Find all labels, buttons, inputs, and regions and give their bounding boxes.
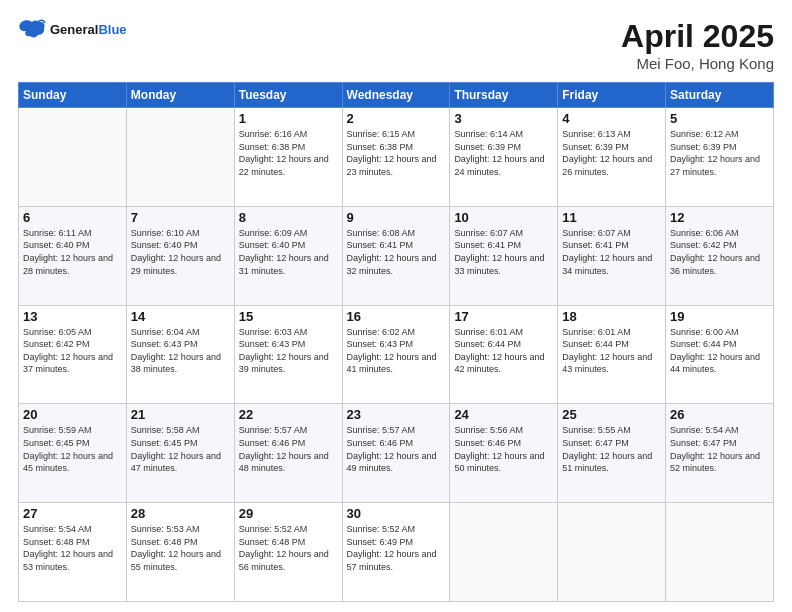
title-block: April 2025 Mei Foo, Hong Kong bbox=[621, 18, 774, 72]
cell-day-number: 14 bbox=[131, 309, 230, 324]
table-row: 2Sunrise: 6:15 AMSunset: 6:38 PMDaylight… bbox=[342, 108, 450, 207]
col-tuesday: Tuesday bbox=[234, 83, 342, 108]
col-saturday: Saturday bbox=[666, 83, 774, 108]
table-row: 23Sunrise: 5:57 AMSunset: 6:46 PMDayligh… bbox=[342, 404, 450, 503]
table-row: 13Sunrise: 6:05 AMSunset: 6:42 PMDayligh… bbox=[19, 305, 127, 404]
cell-day-number: 5 bbox=[670, 111, 769, 126]
calendar-header-row: Sunday Monday Tuesday Wednesday Thursday… bbox=[19, 83, 774, 108]
cell-info: Sunrise: 5:54 AMSunset: 6:48 PMDaylight:… bbox=[23, 523, 122, 573]
cell-day-number: 22 bbox=[239, 407, 338, 422]
cell-day-number: 17 bbox=[454, 309, 553, 324]
cell-info: Sunrise: 6:08 AMSunset: 6:41 PMDaylight:… bbox=[347, 227, 446, 277]
cell-info: Sunrise: 6:11 AMSunset: 6:40 PMDaylight:… bbox=[23, 227, 122, 277]
cell-day-number: 2 bbox=[347, 111, 446, 126]
col-friday: Friday bbox=[558, 83, 666, 108]
col-sunday: Sunday bbox=[19, 83, 127, 108]
calendar-week-row: 13Sunrise: 6:05 AMSunset: 6:42 PMDayligh… bbox=[19, 305, 774, 404]
table-row bbox=[558, 503, 666, 602]
cell-info: Sunrise: 6:00 AMSunset: 6:44 PMDaylight:… bbox=[670, 326, 769, 376]
cell-day-number: 24 bbox=[454, 407, 553, 422]
cell-info: Sunrise: 5:56 AMSunset: 6:46 PMDaylight:… bbox=[454, 424, 553, 474]
cell-day-number: 25 bbox=[562, 407, 661, 422]
table-row: 12Sunrise: 6:06 AMSunset: 6:42 PMDayligh… bbox=[666, 206, 774, 305]
logo-icon bbox=[18, 18, 46, 40]
table-row: 18Sunrise: 6:01 AMSunset: 6:44 PMDayligh… bbox=[558, 305, 666, 404]
calendar-week-row: 27Sunrise: 5:54 AMSunset: 6:48 PMDayligh… bbox=[19, 503, 774, 602]
cell-info: Sunrise: 5:54 AMSunset: 6:47 PMDaylight:… bbox=[670, 424, 769, 474]
calendar-week-row: 6Sunrise: 6:11 AMSunset: 6:40 PMDaylight… bbox=[19, 206, 774, 305]
cell-day-number: 11 bbox=[562, 210, 661, 225]
cell-day-number: 26 bbox=[670, 407, 769, 422]
cell-day-number: 18 bbox=[562, 309, 661, 324]
cell-day-number: 7 bbox=[131, 210, 230, 225]
main-title: April 2025 bbox=[621, 18, 774, 55]
cell-info: Sunrise: 6:13 AMSunset: 6:39 PMDaylight:… bbox=[562, 128, 661, 178]
table-row bbox=[126, 108, 234, 207]
table-row bbox=[19, 108, 127, 207]
cell-info: Sunrise: 6:01 AMSunset: 6:44 PMDaylight:… bbox=[562, 326, 661, 376]
table-row: 3Sunrise: 6:14 AMSunset: 6:39 PMDaylight… bbox=[450, 108, 558, 207]
cell-info: Sunrise: 6:01 AMSunset: 6:44 PMDaylight:… bbox=[454, 326, 553, 376]
table-row: 28Sunrise: 5:53 AMSunset: 6:48 PMDayligh… bbox=[126, 503, 234, 602]
cell-day-number: 15 bbox=[239, 309, 338, 324]
cell-info: Sunrise: 6:14 AMSunset: 6:39 PMDaylight:… bbox=[454, 128, 553, 178]
col-wednesday: Wednesday bbox=[342, 83, 450, 108]
cell-day-number: 4 bbox=[562, 111, 661, 126]
cell-info: Sunrise: 6:02 AMSunset: 6:43 PMDaylight:… bbox=[347, 326, 446, 376]
cell-info: Sunrise: 6:09 AMSunset: 6:40 PMDaylight:… bbox=[239, 227, 338, 277]
cell-day-number: 3 bbox=[454, 111, 553, 126]
table-row: 30Sunrise: 5:52 AMSunset: 6:49 PMDayligh… bbox=[342, 503, 450, 602]
cell-day-number: 27 bbox=[23, 506, 122, 521]
calendar-week-row: 20Sunrise: 5:59 AMSunset: 6:45 PMDayligh… bbox=[19, 404, 774, 503]
col-monday: Monday bbox=[126, 83, 234, 108]
cell-day-number: 6 bbox=[23, 210, 122, 225]
table-row: 25Sunrise: 5:55 AMSunset: 6:47 PMDayligh… bbox=[558, 404, 666, 503]
cell-day-number: 28 bbox=[131, 506, 230, 521]
table-row: 10Sunrise: 6:07 AMSunset: 6:41 PMDayligh… bbox=[450, 206, 558, 305]
table-row: 5Sunrise: 6:12 AMSunset: 6:39 PMDaylight… bbox=[666, 108, 774, 207]
cell-day-number: 8 bbox=[239, 210, 338, 225]
table-row: 17Sunrise: 6:01 AMSunset: 6:44 PMDayligh… bbox=[450, 305, 558, 404]
table-row: 26Sunrise: 5:54 AMSunset: 6:47 PMDayligh… bbox=[666, 404, 774, 503]
header: GeneralBlue April 2025 Mei Foo, Hong Kon… bbox=[18, 18, 774, 72]
table-row: 16Sunrise: 6:02 AMSunset: 6:43 PMDayligh… bbox=[342, 305, 450, 404]
table-row: 21Sunrise: 5:58 AMSunset: 6:45 PMDayligh… bbox=[126, 404, 234, 503]
cell-day-number: 30 bbox=[347, 506, 446, 521]
table-row: 4Sunrise: 6:13 AMSunset: 6:39 PMDaylight… bbox=[558, 108, 666, 207]
table-row: 24Sunrise: 5:56 AMSunset: 6:46 PMDayligh… bbox=[450, 404, 558, 503]
table-row: 20Sunrise: 5:59 AMSunset: 6:45 PMDayligh… bbox=[19, 404, 127, 503]
cell-day-number: 21 bbox=[131, 407, 230, 422]
table-row bbox=[450, 503, 558, 602]
calendar-table: Sunday Monday Tuesday Wednesday Thursday… bbox=[18, 82, 774, 602]
cell-day-number: 1 bbox=[239, 111, 338, 126]
cell-info: Sunrise: 5:59 AMSunset: 6:45 PMDaylight:… bbox=[23, 424, 122, 474]
cell-info: Sunrise: 6:04 AMSunset: 6:43 PMDaylight:… bbox=[131, 326, 230, 376]
cell-info: Sunrise: 5:53 AMSunset: 6:48 PMDaylight:… bbox=[131, 523, 230, 573]
table-row: 19Sunrise: 6:00 AMSunset: 6:44 PMDayligh… bbox=[666, 305, 774, 404]
cell-day-number: 23 bbox=[347, 407, 446, 422]
cell-info: Sunrise: 6:03 AMSunset: 6:43 PMDaylight:… bbox=[239, 326, 338, 376]
logo-text: GeneralBlue bbox=[50, 22, 127, 37]
table-row: 9Sunrise: 6:08 AMSunset: 6:41 PMDaylight… bbox=[342, 206, 450, 305]
cell-day-number: 20 bbox=[23, 407, 122, 422]
logo: GeneralBlue bbox=[18, 18, 127, 40]
cell-info: Sunrise: 6:06 AMSunset: 6:42 PMDaylight:… bbox=[670, 227, 769, 277]
table-row: 29Sunrise: 5:52 AMSunset: 6:48 PMDayligh… bbox=[234, 503, 342, 602]
cell-day-number: 29 bbox=[239, 506, 338, 521]
table-row: 11Sunrise: 6:07 AMSunset: 6:41 PMDayligh… bbox=[558, 206, 666, 305]
cell-day-number: 13 bbox=[23, 309, 122, 324]
cell-info: Sunrise: 6:07 AMSunset: 6:41 PMDaylight:… bbox=[562, 227, 661, 277]
cell-info: Sunrise: 6:16 AMSunset: 6:38 PMDaylight:… bbox=[239, 128, 338, 178]
subtitle: Mei Foo, Hong Kong bbox=[621, 55, 774, 72]
table-row bbox=[666, 503, 774, 602]
cell-info: Sunrise: 6:05 AMSunset: 6:42 PMDaylight:… bbox=[23, 326, 122, 376]
cell-info: Sunrise: 5:55 AMSunset: 6:47 PMDaylight:… bbox=[562, 424, 661, 474]
cell-day-number: 19 bbox=[670, 309, 769, 324]
cell-info: Sunrise: 5:52 AMSunset: 6:48 PMDaylight:… bbox=[239, 523, 338, 573]
table-row: 1Sunrise: 6:16 AMSunset: 6:38 PMDaylight… bbox=[234, 108, 342, 207]
col-thursday: Thursday bbox=[450, 83, 558, 108]
table-row: 8Sunrise: 6:09 AMSunset: 6:40 PMDaylight… bbox=[234, 206, 342, 305]
page: GeneralBlue April 2025 Mei Foo, Hong Kon… bbox=[0, 0, 792, 612]
table-row: 15Sunrise: 6:03 AMSunset: 6:43 PMDayligh… bbox=[234, 305, 342, 404]
cell-info: Sunrise: 5:57 AMSunset: 6:46 PMDaylight:… bbox=[239, 424, 338, 474]
